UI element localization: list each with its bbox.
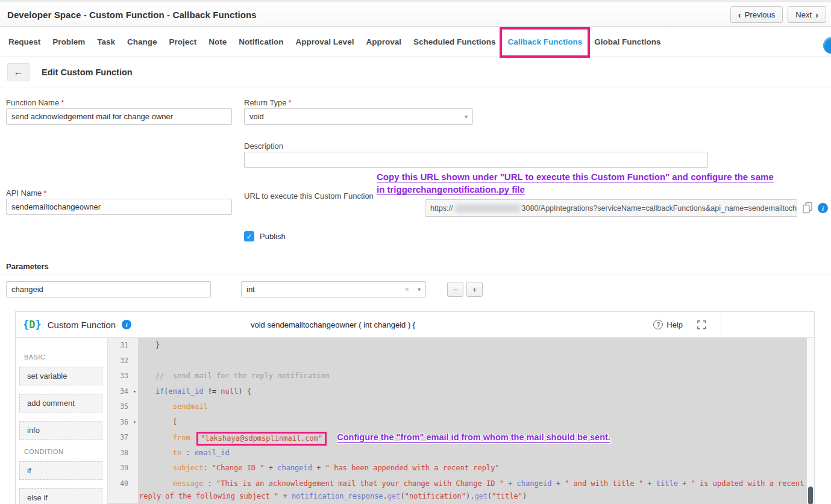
- code-row: 40 message : "This is an acknowledgement…: [108, 476, 807, 492]
- code-line[interactable]: sendmail: [138, 399, 807, 415]
- line-number: 36▾: [108, 415, 138, 431]
- fold-arrow-icon[interactable]: ▾: [133, 415, 136, 431]
- palette-button-set-variable[interactable]: set variable: [19, 367, 102, 385]
- palette-button-else-if[interactable]: else if: [19, 488, 102, 504]
- line-number: 38: [108, 446, 138, 461]
- editor-header-actions: ? Help: [653, 312, 807, 338]
- code-zone: 31 }3233 // send mail for the reply noti…: [108, 338, 814, 504]
- url-suffix: 3080/AppIntegrations?serviceName=callbac…: [522, 204, 797, 213]
- fold-arrow-icon[interactable]: ▾: [133, 384, 136, 400]
- annotation-from-email: Configure the "from" email id from whom …: [337, 432, 610, 442]
- code-line[interactable]: // send mail for the reply notification: [138, 369, 807, 384]
- annotation-copy-url-line2: in triggerchangenotification.py file: [377, 183, 829, 196]
- api-name-label: API Name*: [6, 188, 46, 198]
- annotation-copy-url: Copy this URL shown under "URL to execut…: [377, 170, 829, 196]
- required-marker: *: [61, 98, 64, 107]
- next-button[interactable]: Next ›: [788, 6, 826, 23]
- tab-callback-functions[interactable]: Callback Functions: [506, 35, 583, 49]
- palette-button-if[interactable]: if: [19, 461, 102, 480]
- parameter-type-select[interactable]: int × ▾: [241, 281, 426, 297]
- palette-button-add-comment[interactable]: add comment: [19, 394, 102, 412]
- code-line[interactable]: subject: "Change ID " + changeid + " has…: [138, 461, 807, 476]
- previous-button[interactable]: ‹ Previous: [730, 6, 783, 23]
- next-button-label: Next: [795, 10, 812, 19]
- code-row: 31 }: [108, 338, 807, 353]
- function-name-input[interactable]: [6, 108, 232, 125]
- return-type-label: Return Type*: [244, 98, 292, 107]
- tab-problem[interactable]: Problem: [51, 35, 86, 49]
- scrollbar-thumb[interactable]: [808, 487, 813, 504]
- editor-scrollbar[interactable]: [807, 338, 814, 504]
- line-number: 32: [108, 353, 138, 369]
- line-number: 40: [108, 476, 138, 492]
- clear-icon[interactable]: ×: [404, 285, 418, 294]
- parameters-divider: [0, 275, 831, 275]
- editor-info-icon[interactable]: i: [122, 320, 131, 329]
- arrow-left-icon: ←: [14, 67, 24, 77]
- fullscreen-icon[interactable]: [697, 320, 706, 329]
- editor-header: {D} Custom Function i void sendemailtoch…: [16, 312, 814, 338]
- tab-request[interactable]: Request: [7, 35, 42, 49]
- publish-checkbox[interactable]: ✓: [244, 231, 254, 241]
- tab-bar: RequestProblemTaskChangeProjectNoteNotif…: [0, 27, 831, 57]
- code-row: 35 sendmail: [108, 399, 807, 415]
- line-number: 39: [108, 461, 138, 476]
- tab-global-functions[interactable]: Global Functions: [593, 35, 662, 49]
- code-line[interactable]: message : "This is an acknowledgement ma…: [138, 476, 807, 492]
- code-line[interactable]: if(email_id != null) {: [138, 384, 807, 400]
- parameters-label: Parameters: [6, 262, 49, 271]
- code-line[interactable]: [: [138, 415, 807, 431]
- code-row: 36▾ [: [108, 415, 807, 431]
- tab-change[interactable]: Change: [126, 35, 158, 49]
- page-title: Developer Space - Custom Function - Call…: [7, 10, 257, 20]
- tab-project[interactable]: Project: [168, 35, 198, 49]
- publish-row: ✓ Publish: [244, 231, 286, 241]
- code-line[interactable]: reply of the following subject " + notif…: [138, 491, 807, 503]
- chevron-right-icon: ›: [815, 10, 818, 19]
- back-button[interactable]: ←: [7, 63, 30, 81]
- chevron-down-icon: ▾: [418, 286, 421, 293]
- code-line[interactable]: to : email_id: [138, 446, 807, 461]
- line-number: 33: [108, 369, 138, 384]
- api-name-input[interactable]: [6, 199, 232, 215]
- code-row: 37 from "lakshaya@sdpmsplinmail.com"Conf…: [108, 430, 807, 446]
- parameter-name-input[interactable]: [6, 281, 211, 297]
- highlighted-from-email: "lakshaya@sdpmsplinmail.com": [196, 432, 327, 446]
- return-type-select[interactable]: void ▾: [244, 108, 473, 125]
- pagination-buttons: ‹ Previous Next ›: [730, 6, 826, 23]
- tab-approval[interactable]: Approval: [365, 35, 403, 49]
- tab-notification[interactable]: Notification: [237, 35, 284, 49]
- description-label: Description: [244, 142, 283, 151]
- url-info-icon[interactable]: i: [818, 203, 828, 213]
- redacted-host: [455, 204, 520, 213]
- required-marker: *: [289, 98, 292, 107]
- code-line[interactable]: }: [138, 338, 807, 353]
- custom-function-editor: {D} Custom Function i void sendemailtoch…: [15, 311, 815, 504]
- code-line[interactable]: [138, 353, 807, 369]
- palette-button-info[interactable]: info: [19, 421, 102, 440]
- tab-scheduled-functions[interactable]: Scheduled Functions: [412, 35, 497, 49]
- line-number: 37: [108, 430, 138, 446]
- execute-url-field[interactable]: https://3080/AppIntegrations?serviceName…: [425, 199, 797, 217]
- code-row: 33 // send mail for the reply notificati…: [108, 369, 807, 384]
- add-parameter-button[interactable]: +: [466, 282, 483, 297]
- function-name-label: Function Name*: [6, 98, 64, 107]
- editor-title: Custom Function: [48, 320, 116, 330]
- url-prefix: https://: [430, 204, 453, 213]
- chevron-down-icon: ▾: [465, 113, 468, 120]
- deluge-logo-icon: {D}: [23, 319, 42, 331]
- help-button[interactable]: ? Help: [653, 320, 683, 329]
- tab-approval-level[interactable]: Approval Level: [295, 35, 356, 49]
- header-divider: [721, 312, 721, 338]
- app-window: Developer Space - Custom Function - Call…: [0, 0, 831, 504]
- publish-label: Publish: [260, 232, 286, 241]
- copy-url-icon[interactable]: [802, 202, 813, 214]
- remove-parameter-button[interactable]: −: [447, 282, 463, 297]
- tab-task[interactable]: Task: [96, 35, 116, 49]
- chevron-left-icon: ‹: [738, 10, 741, 19]
- description-input[interactable]: [244, 152, 708, 168]
- edit-title: Edit Custom Function: [42, 67, 133, 77]
- code-line[interactable]: from "lakshaya@sdpmsplinmail.com"Configu…: [138, 430, 807, 446]
- edit-bar: ← Edit Custom Function: [0, 58, 831, 87]
- tab-note[interactable]: Note: [207, 35, 228, 49]
